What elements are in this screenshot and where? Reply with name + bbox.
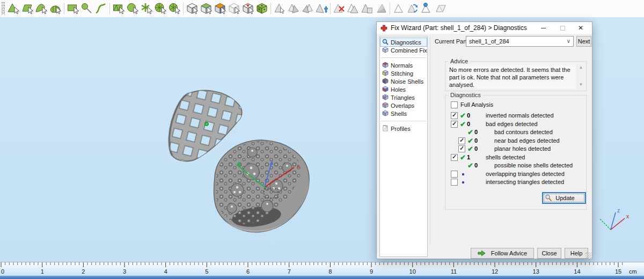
triangle-copy-page-icon[interactable] bbox=[360, 1, 374, 16]
triangle-point-blue-icon[interactable] bbox=[420, 1, 434, 16]
triangle-duplicate-icon[interactable] bbox=[346, 1, 360, 16]
diagnostic-row: ✓✔0planar holes detected bbox=[445, 145, 586, 153]
sidebar-item-profiles[interactable]: Profiles bbox=[380, 124, 427, 133]
sidebar-item-noise-shells[interactable]: Noise Shells bbox=[380, 77, 427, 85]
cube-select-green-icon[interactable] bbox=[199, 1, 213, 16]
diagnostic-count: 1 bbox=[467, 154, 470, 160]
sidebar-item-stitching[interactable]: Stitching bbox=[380, 69, 427, 77]
view-axis-indicator: z x bbox=[600, 208, 629, 230]
sidebar-item-label: Holes bbox=[391, 86, 406, 93]
ruler-unit-label: cm bbox=[629, 268, 637, 275]
mesh-ornate-ring[interactable] bbox=[214, 140, 309, 232]
mark-circle-cursor-icon[interactable] bbox=[126, 1, 140, 16]
sidebar-item-overlaps[interactable]: Overlaps bbox=[380, 101, 427, 109]
ruler-ticks bbox=[0, 262, 644, 276]
dialog-titlebar[interactable]: Fix Wizard (Part: shell_1_of_284) > Diag… bbox=[377, 22, 592, 34]
help-button[interactable]: Help bbox=[565, 248, 588, 259]
minimize-button[interactable] bbox=[535, 23, 551, 33]
diagnostic-count: 0 bbox=[474, 137, 478, 144]
green-check-icon: ✔ bbox=[467, 128, 473, 136]
current-part-combobox[interactable]: shell_1_of_284 ∨ bbox=[466, 36, 574, 47]
triangle-flip-icon[interactable] bbox=[287, 1, 301, 16]
mark-triangle-icon[interactable] bbox=[6, 1, 20, 16]
full-analysis-checkbox[interactable] bbox=[451, 101, 458, 108]
mark-lasso-icon[interactable] bbox=[80, 1, 94, 16]
sidebar-item-diagnostics[interactable]: Diagnostics bbox=[380, 38, 427, 46]
mark-window-triangles-icon[interactable] bbox=[112, 1, 126, 16]
scroll-down-icon[interactable]: ▼ bbox=[577, 81, 585, 89]
diagnostic-count: 0 bbox=[467, 121, 470, 127]
diagnostic-row: ✓✔0bad edges detected bbox=[445, 120, 586, 129]
green-check-icon: ✔ bbox=[467, 161, 473, 170]
ruler-number: 10 bbox=[409, 268, 416, 275]
ruler-number: 5 bbox=[205, 268, 208, 275]
advice-scrollbar[interactable]: ▲ ▼ bbox=[577, 64, 585, 89]
cube-select-pale-icon[interactable] bbox=[227, 1, 241, 16]
mark-pie-cursor-icon[interactable] bbox=[167, 1, 181, 16]
mark-freeform-icon[interactable] bbox=[94, 1, 108, 16]
cube-solid-green-icon[interactable] bbox=[255, 1, 269, 16]
next-button[interactable]: Next bbox=[576, 36, 591, 47]
full-analysis-label: Full Analysis bbox=[460, 101, 493, 108]
sidebar-item-shells[interactable]: Shells bbox=[380, 109, 427, 118]
mark-pie-icon[interactable] bbox=[153, 1, 167, 16]
current-part-label: Current Part: bbox=[435, 38, 469, 45]
plane-outline-icon[interactable] bbox=[434, 1, 448, 16]
current-part-value: shell_1_of_284 bbox=[469, 38, 509, 45]
resize-grip[interactable] bbox=[586, 252, 591, 258]
sidebar-item-label: Diagnostics bbox=[391, 39, 421, 46]
diagnostic-checkbox[interactable]: ✓ bbox=[458, 137, 465, 144]
diagnostic-checkbox[interactable] bbox=[451, 179, 458, 186]
update-button[interactable]: Update bbox=[542, 192, 586, 204]
panel-divider bbox=[430, 36, 430, 245]
triangle-flip-2-icon[interactable] bbox=[301, 1, 314, 16]
diagnostic-row: ✓✔0near bad edges detected bbox=[445, 137, 586, 145]
diagnostic-checkbox[interactable]: ✓ bbox=[458, 145, 465, 152]
sidebar-separator bbox=[381, 121, 426, 121]
sidebar-item-combined-fix[interactable]: Combined Fix bbox=[380, 46, 427, 54]
sidebar-item-triangles[interactable]: Triangles bbox=[380, 93, 427, 101]
mark-surface-icon[interactable] bbox=[34, 1, 48, 16]
triangle-cursor-icon[interactable] bbox=[273, 1, 287, 16]
advice-groupbox: Advice No more errors are detected. It s… bbox=[445, 61, 587, 91]
diagnostics-group-label: Diagnostics bbox=[449, 92, 482, 98]
diagnostic-checkbox[interactable]: ✓ bbox=[451, 121, 458, 128]
mark-plane-icon[interactable] bbox=[20, 1, 34, 16]
sidebar-item-label: Noise Shells bbox=[391, 78, 423, 85]
mark-rectangle-icon[interactable] bbox=[66, 1, 80, 16]
axis-z-label: z bbox=[617, 208, 620, 214]
toolbar-grip[interactable] bbox=[2, 2, 5, 15]
triangle-shaded-icon[interactable] bbox=[374, 1, 388, 16]
diagnostic-label: inverted normals detected bbox=[486, 112, 554, 119]
sidebar-item-normals[interactable]: Normals bbox=[380, 61, 427, 69]
shell-marker-point bbox=[205, 122, 208, 126]
sidebar-item-label: Stitching bbox=[391, 70, 413, 77]
cube-select-colored-icon[interactable] bbox=[213, 1, 227, 16]
maximize-button[interactable] bbox=[554, 23, 570, 33]
scroll-up-icon[interactable]: ▲ bbox=[577, 64, 585, 71]
mark-shell-icon[interactable] bbox=[48, 1, 62, 16]
diagnostic-checkbox[interactable]: ✓ bbox=[451, 154, 458, 161]
mark-star-icon[interactable] bbox=[140, 1, 153, 16]
sidebar-item-holes[interactable]: Holes bbox=[380, 85, 427, 93]
cube-select-icon[interactable] bbox=[185, 1, 199, 16]
triangle-fix-blue-icon[interactable] bbox=[314, 1, 328, 16]
marking-toolbar bbox=[0, 0, 644, 17]
close-button[interactable]: Close bbox=[537, 248, 561, 259]
close-window-button[interactable]: ✕ bbox=[573, 23, 589, 33]
diagnostic-checkbox[interactable]: ✓ bbox=[451, 112, 458, 119]
horizontal-ruler: 0123456789101112131415 cm bbox=[0, 262, 644, 276]
magnifier-icon bbox=[382, 39, 389, 46]
toolbar-separator bbox=[330, 3, 331, 14]
triangle-delete-icon[interactable] bbox=[332, 1, 346, 16]
follow-advice-button[interactable]: Follow Advice bbox=[471, 248, 534, 259]
diagnostic-label: possible noise shells detected bbox=[494, 162, 573, 168]
full-analysis-checkbox-row[interactable]: Full Analysis bbox=[451, 101, 493, 108]
diagnostic-checkbox[interactable] bbox=[451, 171, 458, 178]
dialog-title: Fix Wizard (Part: shell_1_of_284) > Diag… bbox=[391, 24, 527, 32]
cube-marker-red-icon[interactable] bbox=[241, 1, 255, 16]
triangle-rotate-blue-icon[interactable] bbox=[406, 1, 420, 16]
ruler-number: 0 bbox=[1, 268, 4, 275]
diagnostic-label: intersecting triangles detected bbox=[486, 179, 564, 185]
triangle-outline-icon[interactable] bbox=[392, 1, 406, 16]
